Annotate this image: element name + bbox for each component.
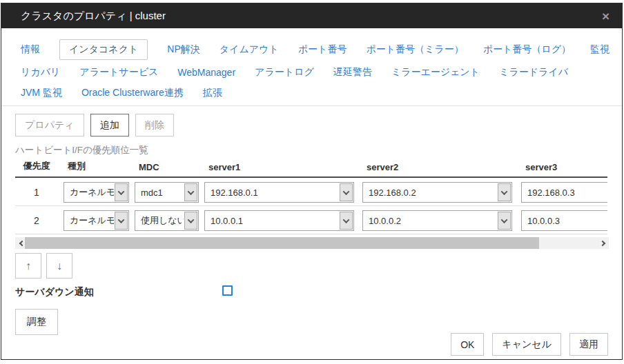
server3-select[interactable]: 10.0.0.3: [521, 210, 607, 231]
tab-webmanager[interactable]: WebManager: [177, 67, 235, 78]
priority-value: 1: [15, 187, 58, 198]
tab-row-3: JVM 監視 Oracle Clusterware連携 拡張: [21, 85, 603, 101]
type-select-value: カーネルモ: [64, 214, 114, 227]
chevron-down-icon[interactable]: [498, 212, 511, 230]
tab-np-resolution[interactable]: NP解決: [167, 43, 199, 56]
tab-timeout[interactable]: タイムアウト: [220, 43, 279, 56]
chevron-down-icon[interactable]: [115, 212, 128, 230]
server3-select-value: 192.168.0.3: [522, 188, 607, 198]
server1-select[interactable]: 10.0.0.1: [204, 210, 354, 231]
server2-select-value: 10.0.0.2: [363, 216, 497, 226]
type-select[interactable]: カーネルモ: [64, 182, 129, 203]
horizontal-scrollbar[interactable]: [15, 237, 609, 249]
server-down-notify-label: サーバダウン通知: [15, 286, 94, 297]
chevron-down-icon[interactable]: [184, 212, 197, 230]
column-header-priority: 優先度: [15, 160, 58, 172]
server2-select-value: 192.168.0.2: [363, 188, 497, 198]
move-down-button[interactable]: ↓: [46, 253, 72, 279]
tab-mirror-driver[interactable]: ミラードライバ: [499, 66, 568, 79]
heartbeat-table: 優先度 種別 MDC server1 server2 server3 1 カーネ…: [15, 160, 607, 234]
type-select-value: カーネルモ: [64, 186, 114, 199]
cluster-properties-dialog: クラスタのプロパティ | cluster × 情報 インタコネクト NP解決 タ…: [1, 3, 623, 360]
heartbeat-table-header: 優先度 種別 MDC server1 server2 server3: [15, 160, 607, 178]
tab-alert-log[interactable]: アラートログ: [255, 66, 314, 79]
scrollbar-thumb[interactable]: [25, 237, 539, 249]
tab-port-number-log[interactable]: ポート番号（ログ）: [483, 43, 571, 56]
arrow-down-icon: ↓: [57, 260, 62, 272]
tune-button[interactable]: 調整: [15, 309, 58, 335]
add-button[interactable]: 追加: [90, 114, 129, 136]
chevron-down-icon[interactable]: [340, 212, 353, 230]
tab-oracle-clusterware[interactable]: Oracle Clusterware連携: [81, 87, 184, 99]
move-up-button[interactable]: ↑: [15, 253, 41, 279]
reorder-controls: ↑ ↓: [15, 253, 607, 279]
tab-info[interactable]: 情報: [21, 43, 40, 56]
scroll-right-icon[interactable]: [598, 237, 609, 249]
tab-jvm-monitor[interactable]: JVM 監視: [21, 87, 62, 99]
server2-select[interactable]: 10.0.0.2: [362, 210, 512, 231]
close-icon[interactable]: ×: [602, 10, 610, 23]
chevron-down-icon[interactable]: [115, 183, 128, 201]
server1-select[interactable]: 192.168.0.1: [204, 182, 354, 203]
chevron-down-icon[interactable]: [340, 183, 353, 201]
tab-delay-warning[interactable]: 遅延警告: [333, 66, 372, 79]
tab-monitor[interactable]: 監視: [590, 43, 610, 56]
column-header-mdc: MDC: [135, 162, 199, 172]
column-header-server2: server2: [362, 162, 512, 172]
tab-interconnect[interactable]: インタコネクト: [59, 39, 148, 60]
tab-port-number-mirror[interactable]: ポート番号（ミラー）: [366, 43, 463, 56]
footer-buttons: OK キャンセル 適用: [451, 333, 608, 356]
server3-select-value: 10.0.0.3: [522, 216, 607, 226]
dialog-title: クラスタのプロパティ | cluster: [21, 10, 166, 23]
tab-extension[interactable]: 拡張: [203, 87, 222, 99]
server1-select-value: 10.0.0.1: [205, 216, 339, 226]
apply-button[interactable]: 適用: [569, 333, 608, 356]
tab-recovery[interactable]: リカバリ: [21, 66, 60, 79]
tab-row-1: 情報 インタコネクト NP解決 タイムアウト ポート番号 ポート番号（ミラー） …: [21, 39, 603, 60]
table-row: 1 カーネルモ mdc1 192.168.0.1 192.168.0.2: [15, 178, 607, 206]
server3-select[interactable]: 192.168.0.3: [521, 182, 607, 203]
arrow-up-icon: ↑: [26, 260, 31, 272]
server-down-notify-row: サーバダウン通知: [15, 285, 607, 298]
dialog-content: プロパティ 追加 削除 ハートビートI/Fの優先順位一覧 優先度 種別 MDC …: [1, 114, 622, 335]
server1-select-value: 192.168.0.1: [205, 188, 339, 198]
remove-button[interactable]: 削除: [135, 114, 174, 136]
tab-row-2: リカバリ アラートサービス WebManager アラートログ 遅延警告 ミラー…: [21, 64, 603, 81]
dialog-titlebar: クラスタのプロパティ | cluster ×: [1, 3, 622, 28]
mdc-select-value: mdc1: [135, 188, 184, 198]
chevron-down-icon[interactable]: [184, 183, 197, 201]
priority-value: 2: [15, 215, 58, 226]
server-down-notify-checkbox[interactable]: [222, 285, 233, 296]
server2-select[interactable]: 192.168.0.2: [362, 182, 512, 203]
cancel-button[interactable]: キャンセル: [492, 333, 561, 356]
mdc-select-value: 使用しない: [135, 214, 184, 227]
tab-mirror-agent[interactable]: ミラーエージェント: [391, 66, 480, 79]
tab-bar: 情報 インタコネクト NP解決 タイムアウト ポート番号 ポート番号（ミラー） …: [1, 28, 622, 106]
chevron-down-icon[interactable]: [498, 183, 511, 201]
mdc-select[interactable]: mdc1: [135, 182, 199, 203]
toolbar: プロパティ 追加 削除: [15, 114, 607, 136]
ok-button[interactable]: OK: [451, 333, 484, 356]
column-header-server3: server3: [521, 162, 607, 172]
type-select[interactable]: カーネルモ: [64, 210, 129, 231]
tab-port-number[interactable]: ポート番号: [298, 43, 347, 56]
table-row: 2 カーネルモ 使用しない 10.0.0.1 10.0.0.2: [15, 206, 607, 234]
properties-button[interactable]: プロパティ: [15, 114, 84, 136]
column-header-server1: server1: [204, 162, 354, 172]
column-header-type: 種別: [64, 160, 129, 172]
mdc-select[interactable]: 使用しない: [135, 210, 199, 231]
heartbeat-section-label: ハートビートI/Fの優先順位一覧: [15, 144, 607, 156]
tab-alert-service[interactable]: アラートサービス: [79, 66, 158, 79]
